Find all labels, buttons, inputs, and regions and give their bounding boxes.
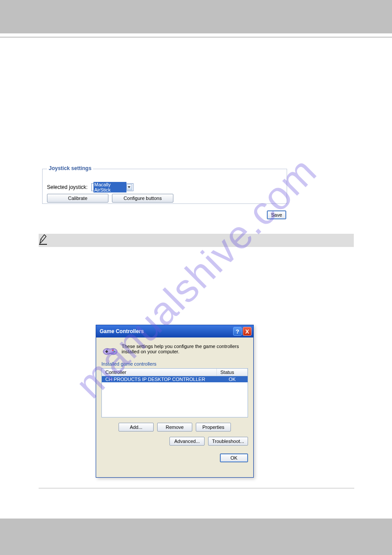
page-header-band	[0, 0, 392, 33]
advanced-button[interactable]: Advanced...	[169, 437, 205, 446]
gamepad-icon	[102, 344, 118, 356]
svg-rect-4	[105, 351, 108, 352]
note-callout-bar	[39, 234, 354, 247]
add-button[interactable]: Add...	[119, 423, 154, 432]
remove-button[interactable]: Remove	[157, 423, 192, 432]
save-button[interactable]: Save	[267, 210, 286, 219]
close-icon[interactable]: X	[243, 327, 252, 336]
selected-joystick-dropdown[interactable]: Macally AirStick	[91, 183, 133, 191]
row-controller: CH PRODUCTS IP DESKTOP CONTROLLER	[102, 376, 217, 382]
installed-controllers-label: Installed game controllers	[101, 361, 248, 366]
pencil-icon	[38, 233, 49, 245]
help-icon[interactable]: ?	[233, 327, 242, 336]
joystick-settings-legend: Joystick settings	[47, 165, 93, 171]
dialog-titlebar[interactable]: Game Controllers ? X	[96, 325, 253, 337]
svg-point-5	[112, 350, 114, 351]
column-controller[interactable]: Controller	[102, 369, 217, 376]
ok-button[interactable]: OK	[220, 453, 248, 462]
properties-button[interactable]: Properties	[196, 423, 231, 432]
dialog-description: These settings help you configure the ga…	[122, 344, 247, 354]
divider	[39, 488, 354, 489]
selected-joystick-value: Macally AirStick	[94, 182, 126, 192]
row-status: OK	[217, 376, 248, 382]
svg-point-6	[114, 351, 115, 352]
divider	[0, 37, 392, 37]
table-row[interactable]: CH PRODUCTS IP DESKTOP CONTROLLER OK	[102, 376, 248, 382]
column-status[interactable]: Status	[217, 369, 248, 376]
dialog-title: Game Controllers	[100, 328, 144, 334]
calibrate-button[interactable]: Calibrate	[47, 194, 108, 203]
selected-joystick-label: Selected joystick:	[47, 184, 88, 190]
chevron-down-icon	[126, 184, 132, 190]
configure-buttons-button[interactable]: Configure buttons	[112, 194, 173, 203]
controllers-listbox[interactable]: Controller Status CH PRODUCTS IP DESKTOP…	[101, 368, 248, 417]
joystick-settings-group: Joystick settings Selected joystick: Mac…	[42, 169, 287, 204]
page-footer-band	[0, 519, 392, 555]
game-controllers-dialog: Game Controllers ? X These settings help…	[96, 325, 254, 478]
list-header: Controller Status	[102, 369, 248, 376]
svg-rect-2	[107, 349, 113, 353]
troubleshoot-button[interactable]: Troubleshoot...	[208, 437, 248, 446]
